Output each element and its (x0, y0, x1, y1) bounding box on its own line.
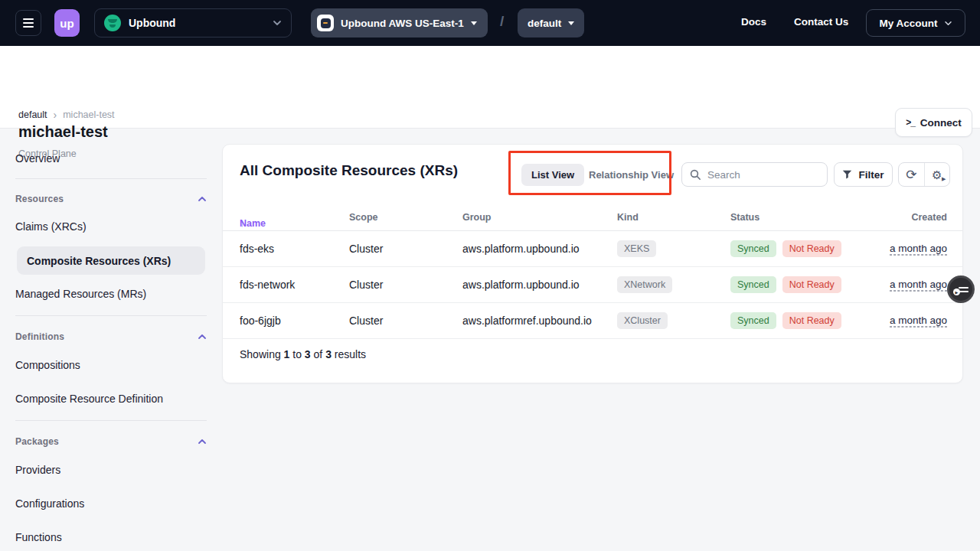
breadcrumb-separator-icon: › (54, 109, 57, 121)
breadcrumb: default › michael-test (18, 109, 115, 121)
chevron-up-icon (198, 196, 207, 202)
column-header-group[interactable]: Group (462, 212, 492, 223)
sidebar-section-definitions[interactable]: Definitions (15, 331, 207, 343)
search-icon (690, 169, 701, 181)
upbound-logo[interactable]: up (54, 9, 80, 37)
table-header-row: Name ↑ Scope Group Kind Status Created (223, 206, 962, 231)
sidebar-section-label: Definitions (15, 331, 64, 342)
cell-group: aws.platformref.upbound.io (462, 315, 592, 327)
organization-selector[interactable]: Upbound (94, 8, 292, 37)
cell-status: Synced Not Ready (730, 240, 841, 257)
gear-play-icon: ⚙▶ (932, 169, 942, 181)
organization-selector-label: Upbound (129, 17, 273, 29)
cell-group: aws.platform.upbound.io (462, 279, 580, 291)
table-row[interactable]: foo-6jgjb Cluster aws.platformref.upboun… (223, 303, 962, 339)
sidebar-section-label: Packages (15, 436, 59, 447)
sidebar-item-configurations[interactable]: Configurations (15, 494, 207, 513)
filter-button-label: Filter (858, 169, 884, 181)
sidebar-section-resources[interactable]: Resources (15, 193, 207, 205)
cell-scope: Cluster (349, 279, 383, 291)
search-input[interactable] (707, 169, 807, 181)
cell-status: Synced Not Ready (730, 276, 841, 293)
sidebar-item-overview[interactable]: Overview (15, 149, 207, 168)
my-account-button[interactable]: My Account (866, 9, 965, 37)
results-summary-text: of (314, 348, 323, 360)
kind-badge: XEKS (617, 240, 656, 257)
cell-group: aws.platform.upbound.io (462, 243, 580, 255)
cell-scope: Cluster (349, 243, 383, 255)
docs-link[interactable]: Docs (741, 16, 766, 28)
composite-resources-panel: All Composite Resources (XRs) List View … (222, 144, 963, 383)
sidebar-item-composite-resources-xrs[interactable]: Composite Resources (XRs) (17, 246, 205, 275)
control-plane-selector[interactable]: Upbound AWS US-East-1 (311, 8, 488, 37)
top-navbar: up Upbound Upbound AWS US-East-1 / defau… (0, 0, 980, 46)
feedback-widget-button[interactable]: ▶ (947, 276, 975, 303)
sidebar-item-claims-xrcs[interactable]: Claims (XRCs) (15, 217, 207, 236)
auto-refresh-settings-button[interactable]: ⚙▶ (924, 163, 950, 186)
relationship-view-tab[interactable]: Relationship View (589, 164, 674, 186)
group-selector[interactable]: default (518, 8, 584, 37)
cell-scope: Cluster (349, 315, 383, 327)
not-ready-badge: Not Ready (782, 276, 841, 293)
results-summary-text: results (335, 348, 366, 360)
cell-name: fds-network (240, 279, 295, 291)
cell-name: foo-6jgjb (240, 315, 281, 327)
table-actions-group: ⟳ ⚙▶ (898, 162, 950, 187)
filter-button[interactable]: Filter (834, 162, 893, 187)
panel-title: All Composite Resources (XRs) (240, 162, 458, 179)
results-to: 3 (305, 348, 311, 360)
synced-badge: Synced (730, 276, 776, 293)
hamburger-menu-button[interactable] (15, 10, 41, 36)
sidebar-item-composite-resource-definition[interactable]: Composite Resource Definition (15, 390, 207, 408)
page-header: default › michael-test michael-test Cont… (0, 46, 980, 129)
breadcrumb-parent[interactable]: default (18, 109, 47, 120)
control-plane-icon (317, 15, 334, 31)
kind-badge: XCluster (617, 312, 668, 329)
created-timestamp[interactable]: a month ago (890, 315, 947, 328)
chevron-down-icon (273, 20, 282, 26)
kind-badge: XNetwork (617, 276, 672, 293)
column-header-scope[interactable]: Scope (349, 212, 378, 223)
not-ready-badge: Not Ready (782, 240, 841, 257)
table-row[interactable]: fds-network Cluster aws.platform.upbound… (223, 267, 962, 303)
chevron-down-icon (944, 21, 952, 26)
results-summary-text: Showing (240, 348, 281, 360)
connect-button-label: Connect (920, 117, 962, 129)
column-header-status[interactable]: Status (730, 212, 760, 223)
connect-button[interactable]: >_ Connect (895, 108, 972, 137)
cell-name: fds-eks (240, 243, 274, 255)
refresh-button[interactable]: ⟳ (899, 163, 924, 186)
path-separator: / (500, 13, 504, 30)
sidebar-item-providers[interactable]: Providers (15, 461, 207, 479)
breadcrumb-current: michael-test (63, 109, 114, 120)
sidebar-item-compositions[interactable]: Compositions (15, 356, 207, 374)
filter-funnel-icon (842, 170, 852, 179)
sidebar-section-label: Resources (15, 194, 64, 204)
sidebar-divider (15, 315, 207, 316)
contact-us-link[interactable]: Contact Us (794, 16, 848, 28)
sidebar-divider (15, 420, 207, 421)
sidebar-item-managed-resources-mrs[interactable]: Managed Resources (MRs) (15, 285, 207, 303)
chevron-up-icon (198, 334, 207, 340)
refresh-icon: ⟳ (906, 168, 916, 181)
results-total: 3 (325, 348, 332, 360)
organization-icon (104, 15, 121, 31)
table-row[interactable]: fds-eks Cluster aws.platform.upbound.io … (223, 231, 962, 267)
search-box (681, 162, 828, 187)
control-plane-selector-label: Upbound AWS US-East-1 (341, 18, 464, 29)
widget-play-icon: ▶ (953, 289, 960, 295)
column-header-created[interactable]: Created (911, 212, 947, 223)
results-from: 1 (284, 348, 290, 360)
sidebar-section-packages[interactable]: Packages (15, 435, 207, 448)
results-summary-text: to (292, 348, 302, 360)
sidebar-divider (15, 178, 207, 179)
list-view-tab[interactable]: List View (521, 164, 584, 186)
created-timestamp[interactable]: a month ago (890, 279, 947, 292)
cell-status: Synced Not Ready (730, 312, 841, 329)
my-account-label: My Account (879, 18, 937, 29)
column-header-kind[interactable]: Kind (617, 212, 639, 223)
created-timestamp[interactable]: a month ago (890, 243, 947, 256)
synced-badge: Synced (730, 312, 776, 329)
results-summary: Showing 1 to 3 of 3 results (240, 348, 366, 360)
sidebar-item-functions[interactable]: Functions (15, 528, 207, 546)
